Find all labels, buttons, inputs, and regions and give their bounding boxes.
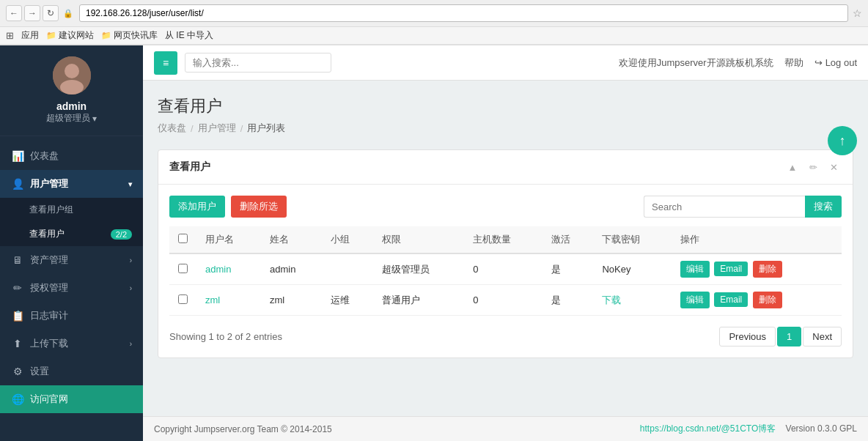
row1-group	[322, 253, 373, 285]
delete-selected-button[interactable]: 删除所选	[231, 196, 287, 218]
card-close-btn[interactable]: ✕	[825, 159, 842, 175]
dashboard-icon: 📊	[11, 150, 24, 162]
welcome-text: 欢迎使用Jumpserver开源跳板机系统	[619, 56, 773, 70]
row1-name: admin	[261, 253, 322, 285]
sidebar-item-dashboard[interactable]: 📊 仪表盘	[0, 142, 143, 170]
table-row: admin admin 超级管理员 0 是 NoKey 编辑 Email	[169, 253, 842, 285]
sidebar-item-view-usergroup[interactable]: 查看用户组	[0, 198, 143, 222]
users-table: 用户名 姓名 小组 权限 主机数量 激活 下载密钥 操作	[169, 226, 842, 316]
col-host-count: 主机数量	[464, 226, 542, 253]
upload-arrow: ›	[130, 340, 132, 348]
logout-icon: ↪	[814, 57, 823, 68]
browser-toolbar: ← → ↻ 🔒 ☆	[0, 0, 868, 27]
col-permission: 权限	[373, 226, 464, 253]
breadcrumb-user-mgmt[interactable]: 用户管理	[198, 122, 236, 135]
page-1-button[interactable]: 1	[777, 327, 801, 346]
sidebar-user-section: admin 超级管理员 ▾	[0, 45, 143, 136]
row2-email-button[interactable]: Email	[714, 292, 748, 307]
search-input[interactable]	[644, 196, 805, 218]
bookmarks-bar: ⊞ 应用 📁 建议网站 📁 网页快讯库 从 IE 中导入	[0, 27, 868, 45]
card-collapse-btn[interactable]: ▲	[784, 159, 801, 175]
logout-button[interactable]: ↪ Log out	[814, 57, 857, 68]
app-container: admin 超级管理员 ▾ 📊 仪表盘 👤 用户管理 ▾ 查看用户组	[0, 45, 868, 441]
search-group: 搜索	[644, 196, 842, 218]
bookmark-star[interactable]: ☆	[853, 7, 862, 19]
footer-copyright: Copyright Jumpserver.org Team © 2014-201…	[154, 424, 332, 434]
sidebar-role[interactable]: 超级管理员 ▾	[46, 112, 97, 125]
search-button[interactable]: 搜索	[805, 196, 842, 218]
pagination-row: Showing 1 to 2 of 2 entries Previous 1 N…	[169, 327, 842, 346]
site-icon: 🌐	[11, 393, 24, 405]
row2-key: 下载	[593, 285, 671, 316]
bookmark-webclip[interactable]: 📁 网页快讯库	[101, 29, 158, 42]
footer-version: Version 0.3.0 GPL	[786, 423, 857, 434]
bookmark-suggest[interactable]: 📁 建议网站	[46, 29, 94, 42]
asset-arrow: ›	[130, 256, 132, 264]
row2-delete-button[interactable]: 删除	[753, 292, 782, 308]
footer-right: https://blog.csdn.net/@51CTO博客 Version 0…	[640, 423, 857, 435]
secure-icon: 🔒	[63, 9, 73, 18]
fab-icon: ↑	[839, 133, 846, 149]
col-active: 激活	[542, 226, 594, 253]
audit-icon: 📋	[11, 310, 24, 322]
row1-edit-button[interactable]: 编辑	[680, 261, 710, 278]
bookmark-apps[interactable]: 应用	[21, 29, 39, 42]
sidebar-item-user-mgmt[interactable]: 👤 用户管理 ▾	[0, 170, 143, 198]
card-actions: ▲ ✏ ✕	[784, 159, 842, 175]
card-header: 查看用户 ▲ ✏ ✕	[158, 150, 853, 185]
prev-page-button[interactable]: Previous	[719, 327, 776, 346]
sidebar-item-visit-site[interactable]: 🌐 访问官网	[0, 385, 143, 413]
next-page-button[interactable]: Next	[803, 327, 842, 346]
sidebar-nav: 📊 仪表盘 👤 用户管理 ▾ 查看用户组 查看用户 2/2 🖥	[0, 136, 143, 441]
sidebar-item-asset-mgmt[interactable]: 🖥 资产管理 ›	[0, 246, 143, 274]
sidebar-item-auth-mgmt[interactable]: ✏ 授权管理 ›	[0, 274, 143, 302]
row2-username: zml	[196, 285, 261, 316]
url-bar[interactable]	[79, 4, 848, 22]
folder-icon-2: 📁	[101, 31, 111, 40]
row2-name: zml	[261, 285, 322, 316]
row1-checkbox-cell	[169, 253, 196, 285]
reload-button[interactable]: ↻	[43, 5, 59, 21]
page-content: 查看用户 仪表盘 / 用户管理 / 用户列表 查看用户 ▲ ✏ ✕	[143, 81, 868, 416]
row2-edit-button[interactable]: 编辑	[680, 292, 710, 308]
row1-checkbox[interactable]	[178, 264, 188, 273]
card-edit-btn[interactable]: ✏	[805, 159, 821, 175]
row1-username-link[interactable]: admin	[205, 264, 231, 275]
row2-username-link[interactable]: zml	[205, 294, 220, 305]
row1-email-button[interactable]: Email	[714, 262, 748, 276]
user-mgmt-submenu: 查看用户组 查看用户 2/2	[0, 198, 143, 246]
add-user-button[interactable]: 添加用户	[169, 196, 225, 218]
sidebar-item-upload[interactable]: ⬆ 上传下载 ›	[0, 330, 143, 357]
menu-toggle-button[interactable]: ≡	[154, 51, 177, 75]
users-badge: 2/2	[111, 229, 132, 240]
breadcrumb-dashboard[interactable]: 仪表盘	[158, 122, 186, 135]
table-row: zml zml 运维 普通用户 0 是 下载 编辑 Email 删	[169, 285, 842, 316]
bookmark-ie[interactable]: 从 IE 中导入	[165, 29, 213, 42]
asset-icon: 🖥	[11, 254, 24, 266]
main-content: ≡ 欢迎使用Jumpserver开源跳板机系统 帮助 ↪ Log out 查看用…	[143, 45, 868, 441]
header-search-input[interactable]	[185, 53, 331, 73]
help-link[interactable]: 帮助	[784, 56, 803, 70]
sidebar-item-audit[interactable]: 📋 日志审计	[0, 302, 143, 330]
back-button[interactable]: ←	[6, 5, 22, 21]
row2-key-link[interactable]: 下载	[602, 294, 621, 305]
row2-ops: 编辑 Email 删除	[672, 285, 842, 316]
auth-icon: ✏	[11, 282, 24, 294]
folder-icon: 📁	[46, 31, 56, 40]
footer-site-link[interactable]: https://blog.csdn.net/@51CTO博客	[640, 423, 776, 434]
col-checkbox	[169, 226, 196, 253]
col-username: 用户名	[196, 226, 261, 253]
row1-delete-button[interactable]: 删除	[753, 261, 782, 278]
row1-username: admin	[196, 253, 261, 285]
sidebar-item-view-users[interactable]: 查看用户 2/2	[0, 222, 143, 246]
sidebar-item-settings[interactable]: ⚙ 设置	[0, 357, 143, 385]
row2-checkbox[interactable]	[178, 294, 188, 304]
col-ops: 操作	[672, 226, 842, 253]
forward-button[interactable]: →	[24, 5, 40, 21]
card-body: 添加用户 删除所选 搜索 用户名 姓名	[158, 185, 853, 357]
settings-icon: ⚙	[11, 366, 24, 377]
fab-button[interactable]: ↑	[828, 126, 857, 155]
row2-permission: 普通用户	[373, 285, 464, 316]
table-toolbar: 添加用户 删除所选 搜索	[169, 196, 842, 218]
select-all-checkbox[interactable]	[178, 234, 188, 243]
